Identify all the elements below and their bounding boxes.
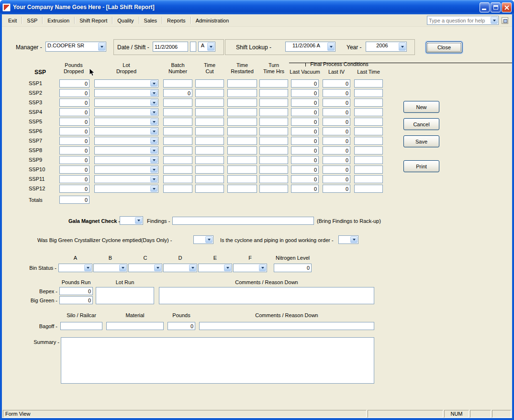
chevron-down-icon[interactable] bbox=[150, 186, 157, 192]
time-cut-input[interactable] bbox=[195, 146, 224, 155]
last-time-input[interactable] bbox=[354, 175, 383, 183]
pounds-dropped-input[interactable] bbox=[59, 99, 89, 107]
turn-time-hrs-input[interactable] bbox=[259, 137, 288, 145]
pounds-dropped-input[interactable] bbox=[59, 108, 89, 116]
last-time-input[interactable] bbox=[354, 118, 383, 126]
last-vacuum-input[interactable] bbox=[291, 146, 319, 155]
time-restarted-input[interactable] bbox=[227, 146, 257, 155]
turn-time-hrs-input[interactable] bbox=[259, 118, 288, 126]
chevron-down-icon[interactable] bbox=[224, 265, 231, 271]
cyclone-working-combo[interactable] bbox=[338, 235, 358, 244]
turn-time-hrs-input[interactable] bbox=[259, 146, 288, 155]
pounds-dropped-input[interactable] bbox=[59, 118, 89, 126]
lot-dropped-combo[interactable] bbox=[94, 146, 158, 155]
chevron-down-icon[interactable] bbox=[150, 109, 157, 115]
last-time-input[interactable] bbox=[354, 79, 383, 88]
chevron-down-icon[interactable] bbox=[205, 236, 212, 243]
last-time-input[interactable] bbox=[354, 156, 383, 164]
totals-input[interactable] bbox=[59, 196, 89, 204]
last-vacuum-input[interactable] bbox=[291, 108, 319, 116]
bin-d-combo[interactable] bbox=[163, 264, 197, 272]
last-iv-input[interactable] bbox=[323, 108, 350, 116]
lot-dropped-combo[interactable] bbox=[94, 175, 158, 183]
menu-extrusion[interactable]: Extrusion bbox=[43, 16, 74, 25]
last-vacuum-input[interactable] bbox=[291, 175, 319, 183]
time-restarted-input[interactable] bbox=[227, 156, 257, 164]
pounds-dropped-input[interactable] bbox=[59, 79, 89, 88]
time-cut-input[interactable] bbox=[195, 156, 224, 164]
last-iv-input[interactable] bbox=[323, 166, 350, 174]
pounds-dropped-input[interactable] bbox=[59, 175, 89, 183]
big-green-pounds-run-input[interactable] bbox=[59, 296, 93, 304]
chevron-down-icon[interactable] bbox=[189, 265, 196, 271]
date-spacer-box[interactable] bbox=[190, 42, 196, 52]
time-restarted-input[interactable] bbox=[227, 89, 257, 97]
lot-run-input[interactable] bbox=[96, 287, 154, 304]
time-cut-input[interactable] bbox=[195, 185, 224, 193]
batch-number-input[interactable] bbox=[163, 175, 192, 183]
menu-shift-report[interactable]: Shift Report bbox=[75, 16, 112, 25]
turn-time-hrs-input[interactable] bbox=[259, 166, 288, 174]
batch-number-input[interactable] bbox=[163, 156, 192, 164]
turn-time-hrs-input[interactable] bbox=[259, 99, 288, 107]
cyclone-emptied-combo[interactable] bbox=[193, 235, 213, 244]
batch-number-input[interactable] bbox=[163, 137, 192, 145]
time-restarted-input[interactable] bbox=[227, 185, 257, 193]
material-input[interactable] bbox=[106, 322, 164, 330]
chevron-down-icon[interactable] bbox=[150, 176, 157, 182]
batch-number-input[interactable] bbox=[163, 108, 192, 116]
bepex-pounds-run-input[interactable] bbox=[59, 287, 93, 295]
time-cut-input[interactable] bbox=[195, 79, 224, 88]
chevron-down-icon[interactable] bbox=[150, 138, 157, 144]
chevron-down-icon[interactable] bbox=[119, 265, 126, 271]
help-search-input[interactable] bbox=[427, 16, 490, 24]
bin-c-combo[interactable] bbox=[128, 264, 162, 272]
pounds-dropped-input[interactable] bbox=[59, 185, 89, 193]
turn-time-hrs-input[interactable] bbox=[259, 79, 288, 88]
last-vacuum-input[interactable] bbox=[291, 118, 319, 126]
last-time-input[interactable] bbox=[354, 89, 383, 97]
print-button[interactable]: Print bbox=[403, 160, 439, 172]
time-cut-input[interactable] bbox=[195, 89, 224, 97]
time-cut-input[interactable] bbox=[195, 175, 224, 183]
last-iv-input[interactable] bbox=[323, 175, 350, 183]
bagoff-comments-input[interactable] bbox=[199, 322, 374, 330]
turn-time-hrs-input[interactable] bbox=[259, 108, 288, 116]
manager-combo[interactable]: D.COOPER SR bbox=[45, 42, 106, 52]
batch-number-input[interactable] bbox=[163, 99, 192, 107]
chevron-down-icon[interactable] bbox=[98, 43, 105, 51]
findings-input[interactable] bbox=[172, 217, 314, 225]
time-restarted-input[interactable] bbox=[227, 99, 257, 107]
last-iv-input[interactable] bbox=[323, 89, 350, 97]
lot-dropped-combo[interactable] bbox=[94, 79, 158, 88]
lot-dropped-combo[interactable] bbox=[94, 89, 158, 97]
time-restarted-input[interactable] bbox=[227, 79, 257, 88]
pounds-dropped-input[interactable] bbox=[59, 127, 89, 135]
pounds-dropped-input[interactable] bbox=[59, 166, 89, 174]
batch-number-input[interactable] bbox=[163, 166, 192, 174]
menu-exit[interactable]: Exit bbox=[4, 16, 21, 25]
minimize-button[interactable] bbox=[480, 2, 490, 12]
chevron-down-icon[interactable] bbox=[135, 217, 142, 224]
time-cut-input[interactable] bbox=[195, 127, 224, 135]
time-restarted-input[interactable] bbox=[227, 108, 257, 116]
last-vacuum-input[interactable] bbox=[291, 79, 319, 88]
year-combo[interactable]: 2006 bbox=[366, 42, 407, 52]
last-time-input[interactable] bbox=[354, 137, 383, 145]
last-vacuum-input[interactable] bbox=[291, 127, 319, 135]
time-cut-input[interactable] bbox=[195, 166, 224, 174]
chevron-down-icon[interactable] bbox=[150, 128, 157, 134]
help-search-combo[interactable] bbox=[427, 16, 499, 25]
silo-railcar-input[interactable] bbox=[60, 322, 102, 330]
chevron-down-icon[interactable] bbox=[150, 147, 157, 154]
time-restarted-input[interactable] bbox=[227, 127, 257, 135]
menu-administration[interactable]: Administration bbox=[191, 16, 234, 25]
pounds-dropped-input[interactable] bbox=[59, 137, 89, 145]
last-time-input[interactable] bbox=[354, 185, 383, 193]
chevron-down-icon[interactable] bbox=[150, 157, 157, 163]
save-button[interactable]: Save bbox=[403, 135, 439, 147]
toolbar-options-icon[interactable] bbox=[502, 17, 508, 24]
chevron-down-icon[interactable] bbox=[327, 43, 335, 51]
last-vacuum-input[interactable] bbox=[291, 166, 319, 174]
lot-dropped-combo[interactable] bbox=[94, 127, 158, 135]
